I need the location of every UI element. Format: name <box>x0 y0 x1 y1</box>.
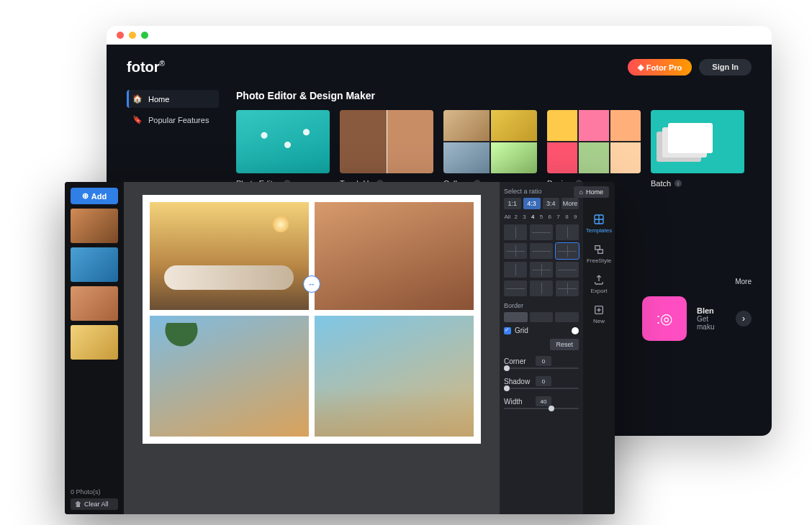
layout-option[interactable] <box>504 280 527 296</box>
count-option[interactable]: 3 <box>521 214 528 220</box>
slider-label: Shadow <box>504 378 531 385</box>
slider-value: 0 <box>536 356 551 366</box>
card-thumb <box>547 110 641 173</box>
border-tab[interactable] <box>530 312 554 322</box>
more-link[interactable]: More <box>735 278 752 286</box>
border-color-swatch[interactable] <box>572 327 579 334</box>
layout-option[interactable] <box>504 262 527 278</box>
layout-option[interactable] <box>556 262 579 278</box>
count-option[interactable]: 9 <box>572 214 579 220</box>
feature-title: Blen <box>697 306 726 315</box>
sign-in-button[interactable]: Sign In <box>699 59 752 76</box>
grid-checkbox[interactable] <box>504 327 511 334</box>
collage-cell[interactable] <box>315 316 474 437</box>
side-tab-new[interactable]: New <box>593 304 605 324</box>
slider-shadow: Shadow 0 <box>504 376 579 386</box>
side-tab-label: Export <box>590 288 607 294</box>
slider-knob[interactable] <box>504 385 510 391</box>
count-option[interactable]: 2 <box>513 214 520 220</box>
count-option[interactable]: 4 <box>529 214 536 220</box>
collage-canvas[interactable]: ↔ <box>143 195 481 444</box>
card-photo-editor[interactable]: Photo Editori <box>236 110 330 188</box>
sidebar-item-popular[interactable]: 🔖 Popular Features <box>127 111 219 129</box>
layout-grid <box>504 224 579 296</box>
slider-track[interactable] <box>504 368 579 369</box>
diamond-icon: ◆ <box>638 63 644 72</box>
feature-sub: maku <box>697 323 726 331</box>
count-option[interactable]: All <box>504 214 511 220</box>
card-batch[interactable]: Batchi <box>651 110 744 188</box>
count-option[interactable]: 5 <box>538 214 545 220</box>
collage-cell[interactable] <box>150 202 309 310</box>
count-option[interactable]: 6 <box>546 214 554 220</box>
thumbnail[interactable] <box>71 247 118 282</box>
editor-window: ⌂ Home ⊕ Add 0 Photo(s) 🗑 Clear All ↔ <box>65 182 615 514</box>
count-option[interactable]: 7 <box>555 214 562 220</box>
card-thumb <box>443 110 537 173</box>
side-tab-label: Templates <box>586 227 612 234</box>
layout-option[interactable] <box>556 280 579 296</box>
slider-knob[interactable] <box>504 365 510 371</box>
column-divider-handle[interactable]: ↔ <box>303 275 320 293</box>
editor-home-button[interactable]: ⌂ Home <box>574 186 609 198</box>
drag-horizontal-icon: ↔ <box>308 280 316 288</box>
layout-option[interactable] <box>530 243 553 259</box>
next-arrow-button[interactable]: › <box>736 311 752 327</box>
side-tab-freestyle[interactable]: FreeStyle <box>587 244 611 264</box>
close-dot[interactable] <box>117 32 124 39</box>
layout-option[interactable] <box>504 243 527 259</box>
editor-side-rail: Templates FreeStyle Export New <box>583 182 615 514</box>
clear-all-label: Clear All <box>84 501 109 508</box>
slider-label: Corner <box>504 357 531 365</box>
thumbnail[interactable] <box>71 209 118 243</box>
count-option[interactable]: 8 <box>563 214 570 220</box>
slider-knob[interactable] <box>549 406 554 411</box>
layout-option[interactable] <box>556 243 579 259</box>
layout-option[interactable] <box>530 262 553 278</box>
photo-count: 0 Photo(s) <box>71 488 118 496</box>
window-traffic-lights <box>107 26 772 45</box>
layout-option[interactable] <box>504 224 527 240</box>
ratio-option[interactable]: 4:3 <box>523 198 541 209</box>
thumbnail[interactable] <box>71 325 118 360</box>
svg-rect-4 <box>598 250 603 253</box>
add-photo-label: Add <box>91 192 107 201</box>
slider-corner: Corner 0 <box>504 356 579 366</box>
thumbnail-strip: ⊕ Add 0 Photo(s) 🗑 Clear All <box>65 182 124 514</box>
home-icon: ⌂ <box>579 188 583 196</box>
slider-track[interactable] <box>504 408 579 409</box>
minimize-dot[interactable] <box>129 32 136 39</box>
thumbnail[interactable] <box>71 286 118 321</box>
ratio-option[interactable]: 1:1 <box>504 198 521 209</box>
card-thumb <box>340 110 433 173</box>
feature-tile-blend[interactable]: :◎ <box>642 296 687 341</box>
card-collage[interactable]: Collagei <box>443 110 537 188</box>
border-tab[interactable] <box>504 312 528 322</box>
slider-track[interactable] <box>504 388 579 389</box>
info-icon[interactable]: i <box>675 180 682 187</box>
ratio-option[interactable]: 3:4 <box>543 198 560 209</box>
maximize-dot[interactable] <box>141 32 148 39</box>
clear-all-button[interactable]: 🗑 Clear All <box>71 498 118 510</box>
upgrade-pro-button[interactable]: ◆ Fotor Pro <box>628 59 693 76</box>
collage-cell[interactable] <box>315 202 474 310</box>
ratio-option[interactable]: More <box>561 198 579 209</box>
ratio-row: 1:1 4:3 3:4 More <box>504 198 579 209</box>
reset-button[interactable]: Reset <box>550 339 579 350</box>
sidebar-item-home[interactable]: 🏠 Home <box>127 90 219 108</box>
layout-option[interactable] <box>530 280 553 296</box>
layout-option[interactable] <box>530 224 553 240</box>
side-tab-templates[interactable]: Templates <box>586 214 612 234</box>
border-type-tabs <box>504 312 579 322</box>
add-photo-button[interactable]: ⊕ Add <box>71 188 118 204</box>
card-design[interactable]: Designi <box>547 110 641 188</box>
layout-option[interactable] <box>556 224 579 240</box>
upgrade-pro-label: Fotor Pro <box>646 63 682 72</box>
card-touch-up[interactable]: Touch Upi <box>340 110 433 188</box>
border-tab[interactable] <box>555 312 579 322</box>
export-icon <box>593 274 605 286</box>
side-tab-label: FreeStyle <box>587 257 611 264</box>
collage-cell[interactable] <box>150 316 309 437</box>
trash-icon: 🗑 <box>75 501 81 508</box>
side-tab-export[interactable]: Export <box>590 274 607 294</box>
